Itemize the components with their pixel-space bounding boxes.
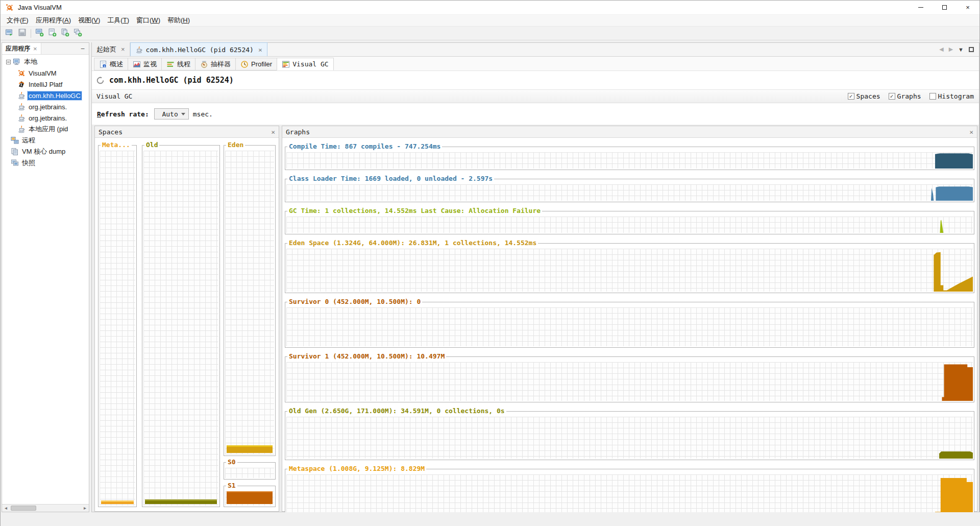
title-bar: Java VisualVM × (1, 1, 979, 15)
visualvm-logo-icon (5, 3, 14, 12)
visualgc-tab-icon (282, 60, 290, 68)
computer-icon (13, 58, 21, 66)
graph-grid (286, 307, 973, 346)
tree-item[interactable]: IntelliJ Platf (2, 79, 89, 90)
snapshot-icon (11, 159, 19, 167)
checkbox-label: Graphs (897, 92, 921, 100)
close-panel-icon[interactable]: × (33, 45, 37, 53)
checkbox-spaces[interactable]: ✓Spaces (848, 92, 880, 100)
maximize-view-icon[interactable] (969, 47, 974, 52)
scrollbar-thumb[interactable] (11, 506, 36, 511)
scroll-left-icon[interactable]: ◂ (2, 505, 10, 512)
graph-title: Survivor 0 (452.000M, 10.500M): 0 (287, 298, 422, 305)
graph-title: Survivor 1 (452.000M, 10.500M): 10.497M (287, 352, 446, 360)
applications-panel-header: 应用程序 × − (2, 43, 89, 55)
tree-item[interactable]: VisualVM (2, 67, 89, 79)
minimize-panel-icon[interactable]: − (77, 43, 89, 54)
close-graphs-icon[interactable]: × (969, 128, 973, 136)
menu-h[interactable]: 帮助(H) (164, 15, 193, 26)
checkbox-checked-icon[interactable]: ✓ (848, 93, 854, 100)
graph-grid (286, 474, 973, 514)
view-tab[interactable]: 抽样器 (195, 58, 236, 70)
close-tab-icon[interactable]: × (121, 45, 125, 53)
add-snapshot-button[interactable] (71, 28, 84, 39)
view-tab[interactable]: Profiler (235, 58, 277, 70)
view-tab-bar: 概述监视线程抽样器ProfilerVisual GC (92, 57, 979, 71)
refresh-rate-select[interactable]: Auto (154, 108, 189, 119)
graph-row: Metaspace (1.008G, 9.125M): 8.829M (285, 469, 974, 516)
document-tab-bar: 起始页×com.khh.HelloGC (pid 62524)× ◀ ▶ ▼ (92, 43, 979, 57)
tree-item[interactable]: 快照 (2, 157, 89, 169)
view-tab[interactable]: 监视 (128, 58, 162, 70)
view-tab[interactable]: Visual GC (277, 58, 333, 70)
space-box-title: Old (144, 141, 159, 149)
document-tab[interactable]: com.khh.HelloGC (pid 62524)× (130, 42, 267, 56)
window-title: Java VisualVM (18, 4, 62, 11)
view-tab[interactable]: 概述 (94, 58, 128, 70)
add-jmx-connection-button[interactable] (46, 28, 59, 39)
space-box-grid (143, 151, 218, 506)
graph-title: GC Time: 1 collections, 14.552ms Last Ca… (287, 207, 542, 214)
checkbox-histogram[interactable]: Histogram (929, 92, 974, 100)
menu-w[interactable]: 窗口(W) (133, 15, 164, 26)
close-button[interactable]: × (956, 1, 979, 15)
view-tab[interactable]: 线程 (161, 58, 195, 70)
spaces-panel-header: Spaces × (95, 126, 279, 138)
document-tab[interactable]: 起始页× (92, 42, 130, 56)
tree-item[interactable]: VM 核心 dump (2, 146, 89, 157)
close-tab-icon[interactable]: × (258, 46, 262, 54)
collapse-expander-icon[interactable] (6, 60, 11, 64)
tree-item-label: org.jetbrains. (28, 103, 68, 111)
scroll-right-icon[interactable]: ▸ (81, 505, 89, 512)
tab-list-dropdown-icon[interactable]: ▼ (958, 46, 964, 53)
tree-item[interactable]: com.khh.HelloGC (2, 90, 89, 101)
graphs-panel: Graphs × Compile Time: 867 compiles - 74… (282, 126, 977, 512)
load-snapshot-button[interactable] (3, 28, 16, 39)
java-app-icon (17, 114, 26, 122)
close-spaces-icon[interactable]: × (271, 128, 275, 136)
applications-panel-tab[interactable]: 应用程序 × (2, 43, 41, 54)
menu-f[interactable]: 文件(F) (3, 15, 32, 26)
graph-title: Compile Time: 867 compiles - 747.254ms (287, 142, 442, 150)
graph-row: Survivor 0 (452.000M, 10.500M): 0 (285, 302, 974, 348)
save-snapshot-button[interactable] (16, 28, 29, 39)
graph-grid (286, 362, 973, 401)
tree-item[interactable]: 远程 (2, 135, 89, 146)
horizontal-scrollbar[interactable]: ◂ ▸ (2, 504, 89, 512)
graph-title: Class Loader Time: 1669 loaded, 0 unload… (287, 175, 494, 182)
monitor-tab-icon (133, 60, 141, 68)
add-application-button[interactable] (33, 28, 46, 39)
tb-add-app-icon (35, 28, 44, 39)
tree-item[interactable]: 本地 (2, 56, 89, 67)
toolbar-separator (31, 29, 31, 38)
applications-panel: 应用程序 × − 本地VisualVMIntelliJ Platfcom.khh… (2, 42, 89, 512)
space-usage-bar (145, 499, 217, 504)
graph-grid (286, 417, 973, 459)
menu-a[interactable]: 应用程序(A) (32, 15, 75, 26)
tree-item-label: 本地应用 (pid (28, 124, 69, 134)
remote-icon (11, 136, 19, 145)
checkbox-unchecked-icon[interactable] (929, 93, 936, 100)
menu-t[interactable]: 工具(T) (104, 15, 133, 26)
add-vm-coredump-button[interactable] (59, 28, 71, 39)
scroll-tabs-left-icon[interactable]: ◀ (939, 46, 943, 53)
space-box-title: S1 (226, 482, 237, 489)
tree-item[interactable]: org.jetbrains. (2, 112, 89, 124)
space-box-grid (225, 151, 274, 455)
coredump-icon (11, 148, 19, 156)
spaces-body: Meta... Old EdenS0S1 (95, 138, 279, 511)
tree-item[interactable]: 本地应用 (pid (2, 124, 89, 135)
minimize-button[interactable] (909, 1, 933, 15)
maximize-button[interactable] (933, 1, 956, 15)
overview-icon (99, 60, 107, 68)
space-box-eden: Eden (224, 145, 276, 456)
checkbox-graphs[interactable]: ✓Graphs (889, 92, 921, 100)
graph-title: Metaspace (1.008G, 9.125M): 8.829M (287, 465, 426, 472)
view-tab-label: 抽样器 (211, 60, 231, 69)
application-title: com.khh.HelloGC (pid 62524) (109, 76, 234, 85)
scroll-tabs-right-icon[interactable]: ▶ (949, 46, 953, 53)
menu-v[interactable]: 视图(V) (75, 15, 104, 26)
graph-row: Old Gen (2.650G, 171.000M): 34.591M, 0 c… (285, 411, 974, 460)
tree-item[interactable]: org.jetbrains. (2, 101, 89, 112)
checkbox-checked-icon[interactable]: ✓ (889, 93, 895, 100)
